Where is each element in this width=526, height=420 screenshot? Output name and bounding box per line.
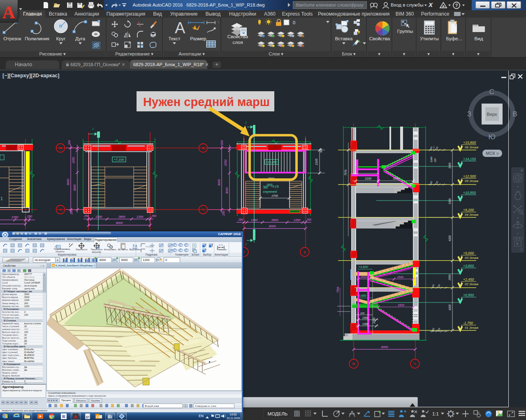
svg-text:A: A [175,19,185,37]
svg-text:06 Этаж: 06 Этаж [465,145,479,149]
svg-text:ступеней: ступеней [263,190,277,194]
svg-text:1500: 1500 [398,304,404,307]
svg-text:2: 2 [92,127,94,131]
svg-text:3550: 3550 [393,177,399,180]
svg-text:6000: 6000 [218,179,220,186]
svg-text:250: 250 [70,210,73,215]
svg-text:520: 520 [434,158,436,162]
svg-text:Верх: Верх [487,112,497,117]
svg-text:Угловая: Угловая [146,245,154,248]
svg-text:2650: 2650 [360,276,367,279]
svg-text:R: R [62,414,66,419]
svg-text:8: 8 [304,250,306,254]
svg-text:вершину: вершину [92,251,102,253]
svg-text:A: A [2,2,15,22]
svg-text:+5,000: +5,000 [463,251,474,255]
svg-text:4200: 4200 [448,304,451,310]
svg-text:1350: 1350 [294,218,301,222]
svg-text:+3,800: +3,800 [358,265,368,269]
svg-text:3900: 3900 [73,185,76,191]
svg-text:05 Этаж: 05 Этаж [465,179,479,183]
svg-text:Копировать: Копировать [104,248,116,251]
svg-text:Ю: Ю [488,133,495,141]
svg-text:250: 250 [151,215,156,217]
svg-text:220: 220 [360,312,365,314]
svg-text:+12,500: +12,500 [463,174,476,178]
svg-text:2150: 2150 [364,177,371,180]
svg-text:3300: 3300 [448,198,451,204]
svg-text:Ж: Ж [352,362,356,366]
svg-text:С: С [489,88,494,96]
svg-text:В: В [512,110,517,118]
svg-text:300: 300 [263,186,268,189]
svg-text:Размеры: Размеры [217,248,226,251]
svg-text:2250: 2250 [373,317,375,324]
svg-text:-1,750: -1,750 [463,321,473,325]
svg-text:03 Этаж: 03 Этаж [465,256,479,260]
svg-text:6000: 6000 [269,224,276,228]
svg-text:02 Этаж: 02 Этаж [465,282,479,286]
svg-text:2700: 2700 [271,194,278,197]
svg-text:7: 7 [243,250,245,254]
svg-text:1350: 1350 [362,323,368,325]
svg-text:6000: 6000 [67,179,70,185]
svg-text:250: 250 [306,218,311,221]
svg-text:+7,100: +7,100 [114,158,124,162]
svg-text:250: 250 [222,211,225,216]
svg-text:4200: 4200 [448,235,451,241]
svg-text:1550: 1550 [362,316,368,319]
svg-text:3300: 3300 [448,162,451,168]
svg-text:+10,850: +10,850 [266,160,277,164]
svg-text:250: 250 [27,215,32,218]
svg-text:6000: 6000 [381,345,389,349]
svg-text:+3,800: +3,800 [463,264,474,268]
svg-text:2: 2 [245,242,247,246]
svg-text:Нужен средний марш: Нужен средний марш [143,95,270,108]
svg-text:1350: 1350 [251,218,258,222]
svg-text:2550: 2550 [448,274,451,281]
svg-text:220: 220 [431,327,435,332]
svg-text:=9.(3): =9.(3) [271,185,279,188]
svg-text:3000: 3000 [225,187,228,194]
svg-text:+14,150: +14,150 [463,157,476,161]
svg-text:1350: 1350 [137,215,144,219]
svg-text:+10,850: +10,850 [463,191,476,195]
svg-text:2: 2 [245,121,247,125]
svg-text:220: 220 [429,180,433,185]
svg-text:1500: 1500 [397,276,403,279]
svg-text:1: 1 [0,196,3,201]
svg-text:+0,950: +0,950 [463,293,474,297]
svg-text:7570: 7570 [344,169,347,175]
svg-text:+9,200: +9,200 [463,208,474,212]
svg-text:З: З [467,110,471,118]
svg-text:Ж: Ж [202,146,205,150]
svg-text:250: 250 [238,218,243,221]
svg-text:5280: 5280 [430,157,433,162]
svg-text:900: 900 [320,148,322,152]
svg-text:O: O [96,415,99,419]
svg-text:7500: 7500 [336,286,339,293]
svg-text:01 Этаж: 01 Этаж [465,326,479,330]
svg-text:1650: 1650 [72,157,75,164]
svg-text:220: 220 [429,146,433,151]
svg-text:2550: 2550 [224,159,227,166]
svg-text:объекты: объекты [56,250,65,253]
svg-text:6000: 6000 [116,221,123,225]
svg-text:?: ? [455,3,458,8]
svg-text:1350: 1350 [95,215,103,219]
svg-text:200: 200 [220,140,223,145]
svg-text:+2,450: +2,450 [463,277,474,282]
svg-text:2800: 2800 [118,215,126,219]
svg-text:250: 250 [83,215,89,217]
svg-text:Выровнять: Выровнять [130,248,141,251]
svg-text:1350: 1350 [12,215,19,219]
svg-text:2800: 2800 [271,218,279,222]
svg-text:2165: 2165 [315,159,318,166]
svg-text:200: 200 [68,140,71,145]
svg-text:220: 220 [431,284,435,288]
svg-text:Ж: Ж [59,146,63,150]
svg-text:04 Этаж: 04 Этаж [465,213,479,217]
